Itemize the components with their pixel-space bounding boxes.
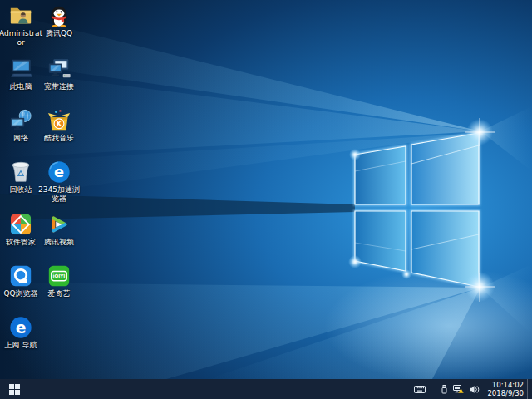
clock-time: 10:14:02 [487,381,524,389]
music-box-icon: K [47,108,71,133]
icon-label: 回收站 [10,185,32,195]
taskbar: 10:14:02 2018/9/30 [0,379,532,399]
blue-q-cloud-icon [8,264,33,288]
blue-e-circle-icon: e [8,315,33,340]
two-computers-icon [47,57,71,81]
icon-label: 腾讯视频 [44,238,74,247]
blue-e-icon: e [47,160,71,185]
icon-label: 软件管家 [6,238,36,247]
desktop-icon-tencent-video[interactable]: 腾讯视频 [36,212,82,247]
system-tray: 10:14:02 2018/9/30 [411,379,532,399]
globe-computer-icon [8,108,33,133]
color-squares-icon [8,212,33,237]
desktop-icon-web-navigation[interactable]: e 上网 导航 [0,315,44,350]
icon-label: 宽带连接 [44,82,74,91]
icon-label: 2345加速浏览器 [36,185,82,204]
desktop-icon-iqiyi[interactable]: iQIYI 爱奇艺 [36,264,82,298]
windows-logo-icon [9,384,20,395]
qq-penguin-icon [47,3,71,28]
desktop-icon-tencent-qq[interactable]: 腾讯QQ [36,3,82,38]
e-glyph: e [16,319,27,337]
kuwo-k-glyph: K [57,120,62,128]
usb-device-icon[interactable] [438,379,451,399]
desktop-icon-broadband[interactable]: 宽带连接 [36,57,82,91]
computer-icon [8,57,33,81]
network-warning-icon[interactable] [451,379,466,399]
icon-label: 爱奇艺 [48,289,71,298]
clock-date: 2018/9/30 [487,389,524,397]
icon-label: 酷我音乐 [44,134,74,143]
taskbar-clock[interactable]: 10:14:02 2018/9/30 [487,381,524,397]
user-folder-icon [8,3,33,28]
icon-label: 网络 [13,134,28,143]
e-glyph: e [54,163,64,180]
show-desktop-button[interactable] [527,379,532,399]
iqiyi-text-glyph: iQIYI [53,273,66,278]
touch-keyboard-icon[interactable] [411,379,428,399]
recycle-bin-icon [8,160,33,185]
icon-label: 上网 导航 [5,341,37,350]
desktop-icon-kuwo-music[interactable]: K 酷我音乐 [36,108,82,143]
iqiyi-green-icon: iQIYI [47,264,71,288]
play-triangle-icon [47,212,71,237]
start-button[interactable] [0,379,28,399]
volume-icon[interactable] [466,379,482,399]
desktop-icon-2345-browser[interactable]: e 2345加速浏览器 [36,160,82,204]
icon-label: 此电脑 [10,82,32,91]
screen: Administrator 腾讯QQ 此电脑 [0,0,532,399]
icon-label: QQ浏览器 [3,289,37,298]
icon-label: 腾讯QQ [46,29,72,38]
